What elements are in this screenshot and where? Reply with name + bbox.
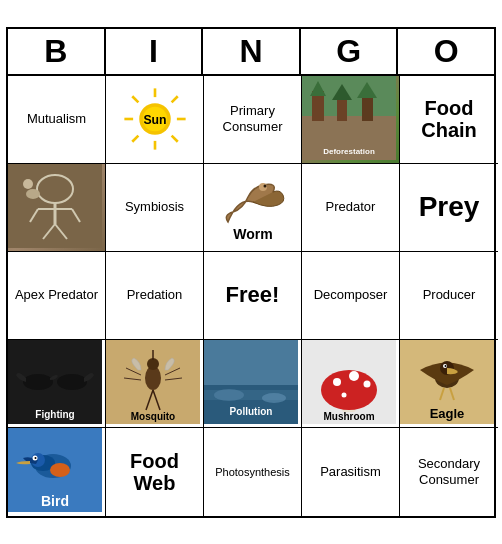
svg-point-31 — [263, 185, 266, 188]
pollution-image: Pollution — [204, 340, 298, 424]
svg-point-74 — [50, 463, 70, 477]
mosquito-image: Mosquito — [106, 340, 200, 424]
bingo-card: B I N G O Mutualism — [6, 27, 496, 518]
svg-rect-17 — [362, 94, 373, 121]
svg-point-29 — [26, 189, 40, 199]
cell-photosynthesis[interactable]: Photosynthesis — [204, 428, 302, 516]
svg-line-6 — [171, 96, 177, 102]
cell-apex-predator[interactable]: Apex Predator — [8, 252, 106, 340]
svg-text:Pollution: Pollution — [230, 406, 273, 417]
cell-producer[interactable]: Producer — [400, 252, 498, 340]
cell-symbiosis-label: Symbiosis — [125, 199, 184, 215]
bingo-header: B I N G O — [8, 29, 494, 76]
cell-prey-label: Prey — [419, 191, 480, 223]
cell-mutualism-label: Mutualism — [27, 111, 86, 127]
cell-deforestation[interactable]: Deforestation — [302, 76, 400, 164]
svg-point-66 — [445, 365, 447, 367]
cell-primary-consumer-label: Primary Consumer — [206, 103, 299, 134]
cell-food-web-label: Food Web — [108, 450, 201, 494]
svg-text:Sun: Sun — [143, 113, 166, 127]
cell-food-chain[interactable]: Food Chain — [400, 76, 498, 164]
svg-point-58 — [349, 371, 359, 381]
cell-prey[interactable]: Prey — [400, 164, 498, 252]
svg-text:Mushroom: Mushroom — [323, 411, 374, 422]
cell-secondary-consumer[interactable]: Secondary Consumer — [400, 428, 498, 516]
cell-secondary-consumer-label: Secondary Consumer — [402, 456, 496, 487]
cell-producer-label: Producer — [423, 287, 476, 303]
svg-point-60 — [342, 392, 347, 397]
cell-apex-predator-label: Apex Predator — [15, 287, 98, 303]
svg-text:Worm: Worm — [233, 226, 272, 242]
svg-point-52 — [262, 393, 286, 403]
cell-eagle[interactable]: Eagle — [400, 340, 498, 428]
svg-text:Deforestation: Deforestation — [323, 147, 375, 156]
cell-primary-consumer[interactable]: Primary Consumer — [204, 76, 302, 164]
bingo-grid: Mutualism Sun Prima — [8, 76, 494, 516]
header-i: I — [106, 29, 204, 74]
cell-mushroom[interactable]: Mushroom — [302, 340, 400, 428]
cell-decomposer[interactable]: Decomposer — [302, 252, 400, 340]
header-n: N — [203, 29, 301, 74]
eagle-image: Eagle — [400, 340, 494, 424]
cell-free-label: Free! — [226, 282, 280, 308]
sun-icon: Sun — [120, 84, 190, 154]
svg-point-28 — [23, 179, 33, 189]
svg-line-7 — [132, 136, 138, 142]
cell-food-web[interactable]: Food Web — [106, 428, 204, 516]
svg-point-57 — [333, 378, 341, 386]
cell-symbiosis[interactable]: Symbiosis — [106, 164, 204, 252]
worm-image: Worm — [208, 167, 298, 247]
skeleton-image — [8, 164, 102, 248]
svg-text:Eagle: Eagle — [430, 406, 465, 421]
svg-text:Bird: Bird — [41, 493, 69, 509]
cell-mutualism[interactable]: Mutualism — [8, 76, 106, 164]
cell-predator-label: Predator — [326, 199, 376, 215]
svg-point-34 — [23, 374, 53, 390]
cell-decomposer-label: Decomposer — [314, 287, 388, 303]
cell-sun[interactable]: Sun — [106, 76, 204, 164]
svg-line-5 — [171, 136, 177, 142]
mushroom-image: Mushroom — [302, 340, 396, 424]
svg-text:Mosquito: Mosquito — [131, 411, 175, 422]
cell-predator[interactable]: Predator — [302, 164, 400, 252]
svg-text:Fighting: Fighting — [35, 409, 74, 420]
header-g: G — [301, 29, 399, 74]
svg-point-51 — [214, 389, 244, 401]
fighting-image: Fighting — [8, 340, 102, 424]
header-b: B — [8, 29, 106, 74]
svg-point-76 — [35, 457, 37, 459]
cell-food-chain-label: Food Chain — [402, 97, 496, 141]
bird-image: Bird — [8, 428, 102, 512]
svg-line-4 — [132, 96, 138, 102]
cell-predation[interactable]: Predation — [106, 252, 204, 340]
cell-mosquito[interactable]: Mosquito — [106, 340, 204, 428]
svg-point-59 — [364, 380, 371, 387]
svg-point-35 — [57, 374, 87, 390]
cell-free[interactable]: Free! — [204, 252, 302, 340]
cell-bird[interactable]: Bird — [8, 428, 106, 516]
cell-parasitism[interactable]: Parasitism — [302, 428, 400, 516]
cell-predation-label: Predation — [127, 287, 183, 303]
deforestation-image: Deforestation — [302, 76, 396, 160]
cell-fighting[interactable]: Fighting — [8, 340, 106, 428]
cell-skeleton[interactable] — [8, 164, 106, 252]
cell-worm[interactable]: Worm — [204, 164, 302, 252]
cell-photosynthesis-label: Photosynthesis — [215, 466, 290, 478]
cell-parasitism-label: Parasitism — [320, 464, 381, 480]
header-o: O — [398, 29, 494, 74]
cell-pollution[interactable]: Pollution — [204, 340, 302, 428]
